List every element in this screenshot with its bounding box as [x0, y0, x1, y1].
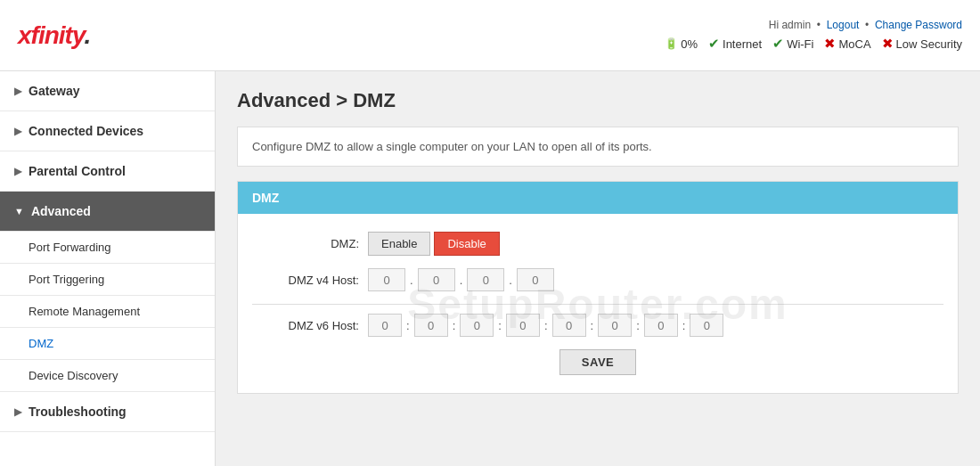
enable-button[interactable]: Enable [368, 232, 430, 256]
ipv6-field-6[interactable] [598, 314, 632, 337]
logout-link[interactable]: Logout [827, 19, 860, 31]
ipv6-sep-3: : [498, 319, 502, 332]
dmz-toggle-controls: Enable Disable [368, 232, 500, 256]
wifi-status: ✔ Wi-Fi [772, 36, 813, 52]
dmz-field-label: DMZ: [252, 237, 368, 250]
remote-management-label: Remote Management [29, 305, 140, 318]
save-button[interactable]: SAVE [559, 349, 636, 375]
dmz-v6-row: DMZ v6 Host: : : : : : : [252, 314, 943, 337]
ipv6-field-3[interactable] [460, 314, 494, 337]
header-right: Hi admin • Logout • Change Password 🔋 0%… [665, 19, 962, 52]
dmz-card-header: DMZ [238, 182, 958, 214]
sidebar-sub-dmz[interactable]: DMZ [0, 328, 215, 360]
layout: ▶ Gateway ▶ Connected Devices ▶ Parental… [0, 71, 980, 466]
description-box: Configure DMZ to allow a single computer… [237, 127, 959, 167]
ipv6-field-1[interactable] [368, 314, 402, 337]
dmz-card: DMZ SetupRouter.com DMZ: Enable Disable … [237, 181, 959, 394]
battery-label: 0% [681, 37, 698, 51]
header-top: Hi admin • Logout • Change Password [665, 19, 962, 31]
sidebar-item-parental-control[interactable]: ▶ Parental Control [0, 151, 215, 192]
sidebar-sub-port-forwarding[interactable]: Port Forwarding [0, 232, 215, 264]
sidebar-sub-remote-management[interactable]: Remote Management [0, 296, 215, 328]
dmz-header-label: DMZ [252, 191, 279, 205]
ipv6-field-8[interactable] [690, 314, 723, 337]
port-forwarding-label: Port Forwarding [29, 241, 110, 254]
wifi-label: Wi-Fi [787, 37, 813, 51]
change-password-link[interactable]: Change Password [875, 19, 962, 31]
internet-label: Internet [723, 37, 762, 51]
description-text: Configure DMZ to allow a single computer… [252, 140, 652, 153]
logo: xfinity. [18, 21, 90, 50]
sidebar-item-advanced[interactable]: ▼ Advanced [0, 192, 215, 232]
sidebar: ▶ Gateway ▶ Connected Devices ▶ Parental… [0, 71, 216, 466]
sidebar-item-troubleshooting[interactable]: ▶ Troubleshooting [0, 392, 215, 432]
ipv6-field-4[interactable] [506, 314, 540, 337]
sidebar-item-label: Parental Control [29, 164, 126, 178]
parental-arrow: ▶ [14, 166, 21, 177]
user-greeting: Hi admin [769, 19, 811, 31]
dmz-sub-label: DMZ [29, 337, 53, 350]
ipv6-sep-1: : [406, 319, 410, 332]
internet-status: ✔ Internet [708, 36, 762, 52]
low-security-status: ✖ Low Security [882, 36, 962, 52]
ipv6-field-5[interactable] [552, 314, 586, 337]
ipv4-field-1[interactable] [368, 268, 405, 291]
wifi-ok-icon: ✔ [772, 36, 784, 52]
ipv6-sep-4: : [544, 319, 548, 332]
ipv6-field-2[interactable] [414, 314, 448, 337]
card-divider [252, 304, 943, 305]
moca-err-icon: ✖ [824, 36, 836, 52]
sidebar-item-label: Troubleshooting [29, 405, 127, 419]
disable-button[interactable]: Disable [434, 232, 499, 256]
sidebar-sub-port-triggering[interactable]: Port Triggering [0, 264, 215, 296]
dmz-v4-row: DMZ v4 Host: . . . [252, 268, 943, 291]
port-triggering-label: Port Triggering [29, 273, 104, 286]
ipv4-field-4[interactable] [517, 268, 554, 291]
header-status: 🔋 0% ✔ Internet ✔ Wi-Fi ✖ MoCA ✖ Low Sec… [665, 36, 962, 52]
troubleshooting-arrow: ▶ [14, 406, 21, 418]
dmz-v4-label: DMZ v4 Host: [252, 274, 368, 287]
ipv6-sep-5: : [591, 319, 594, 332]
device-discovery-label: Device Discovery [29, 369, 118, 382]
advanced-arrow: ▼ [14, 206, 24, 217]
battery-status: 🔋 0% [665, 37, 698, 51]
internet-ok-icon: ✔ [708, 36, 720, 52]
ipv4-field-3[interactable] [467, 268, 504, 291]
battery-icon: 🔋 [665, 37, 678, 50]
page-title: Advanced > DMZ [237, 89, 959, 112]
ipv4-sep-3: . [509, 274, 512, 287]
security-err-icon: ✖ [882, 36, 894, 52]
sidebar-sub-device-discovery[interactable]: Device Discovery [0, 360, 215, 392]
sidebar-item-label: Connected Devices [29, 124, 143, 138]
moca-label: MoCA [838, 37, 870, 51]
sidebar-item-connected-devices[interactable]: ▶ Connected Devices [0, 111, 215, 151]
ipv4-sep-2: . [460, 274, 463, 287]
dmz-card-body: SetupRouter.com DMZ: Enable Disable DMZ … [238, 214, 958, 393]
ipv4-sep-1: . [410, 274, 413, 287]
ipv6-field-7[interactable] [644, 314, 678, 337]
sidebar-item-label: Gateway [29, 84, 80, 98]
header: xfinity. Hi admin • Logout • Change Pass… [0, 0, 980, 71]
dmz-toggle-row: DMZ: Enable Disable [252, 232, 943, 256]
dmz-v4-controls: . . . [368, 268, 554, 291]
ipv6-sep-6: : [636, 319, 640, 332]
logo-dot: . [84, 21, 90, 49]
connected-arrow: ▶ [14, 126, 21, 137]
ipv4-field-2[interactable] [418, 268, 455, 291]
save-row: SAVE [252, 349, 943, 375]
sidebar-item-label: Advanced [31, 204, 91, 218]
dmz-v6-label: DMZ v6 Host: [252, 319, 368, 332]
moca-status: ✖ MoCA [824, 36, 870, 52]
gateway-arrow: ▶ [14, 86, 21, 97]
low-security-label: Low Security [896, 37, 962, 51]
ipv6-sep-2: : [453, 319, 456, 332]
ipv6-sep-7: : [682, 319, 686, 332]
dmz-v6-controls: : : : : : : : [368, 314, 723, 337]
main-content: Advanced > DMZ Configure DMZ to allow a … [216, 71, 980, 466]
sidebar-item-gateway[interactable]: ▶ Gateway [0, 71, 215, 111]
